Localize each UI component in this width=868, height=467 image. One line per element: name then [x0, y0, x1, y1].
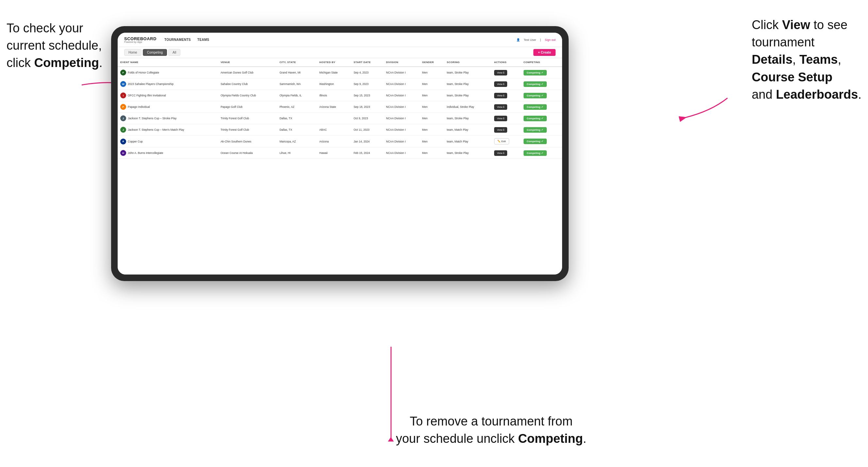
event-name-cell: P Papago Individual — [118, 101, 218, 113]
view-button[interactable]: View ℹ — [494, 70, 507, 75]
division-cell: NCAA Division I — [383, 79, 419, 90]
filter-bar: Home Competing All + Create — [118, 47, 562, 58]
view-button[interactable]: View ℹ — [494, 150, 507, 156]
competing-button[interactable]: Competing ✓ — [524, 138, 547, 144]
edit-button[interactable]: ✏️ Edit — [494, 138, 509, 145]
actions-cell: View ℹ — [492, 67, 521, 79]
table-row: W 2023 Sahalee Players Championship Saha… — [118, 79, 562, 90]
create-button[interactable]: + Create — [533, 49, 556, 56]
venue-cell: American Dunes Golf Club — [218, 67, 277, 79]
view-button[interactable]: View ℹ — [494, 127, 507, 133]
scoring-cell: team, Stroke Play — [444, 90, 492, 101]
nav-divider: | — [540, 38, 541, 41]
competing-button[interactable]: Competing ✓ — [524, 150, 547, 156]
bottom-arrow-line — [391, 347, 392, 441]
annotation-top-left: To check your current schedule, click Co… — [6, 20, 102, 72]
table-row: I OFCC Fighting Illini Invitational Olym… — [118, 90, 562, 101]
col-start-date: START DATE — [351, 58, 383, 67]
table-container: EVENT NAME VENUE CITY, STATE HOSTED BY S… — [118, 58, 562, 275]
competing-button[interactable]: Competing ✓ — [524, 82, 547, 87]
start-date-cell: Jan 14, 2024 — [351, 136, 383, 147]
hosted-by-cell: Hawaii — [317, 147, 351, 159]
event-name-cell: W 2023 Sahalee Players Championship — [118, 79, 218, 90]
division-cell: NCAA Division I — [383, 67, 419, 79]
tablet-screen: SCOREBOARD Powered by clippi TOURNAMENTS… — [118, 33, 562, 275]
all-filter-btn[interactable]: All — [168, 49, 180, 56]
col-scoring: SCORING — [444, 58, 492, 67]
hosted-by-cell: ABAC — [317, 124, 351, 136]
navbar: SCOREBOARD Powered by clippi TOURNAMENTS… — [118, 33, 562, 47]
view-button[interactable]: View ℹ — [494, 93, 507, 98]
scoring-cell: team, Stroke Play — [444, 113, 492, 124]
hosted-by-cell: Illinois — [317, 90, 351, 101]
view-button[interactable]: View ℹ — [494, 104, 507, 110]
start-date-cell: Oct 9, 2023 — [351, 113, 383, 124]
hosted-by-cell: Arizona State — [317, 101, 351, 113]
venue-cell: Ak-Chin Southern Dunes — [218, 136, 277, 147]
col-venue: VENUE — [218, 58, 277, 67]
actions-cell: View ℹ — [492, 79, 521, 90]
event-name-cell: H John A. Burns Intercollegiate — [118, 147, 218, 159]
competing-button[interactable]: Competing ✓ — [524, 70, 547, 75]
scoring-cell: team, Stroke Play — [444, 79, 492, 90]
nav-teams[interactable]: TEAMS — [197, 38, 210, 41]
table-row: J Jackson T. Stephens Cup – Stroke Play … — [118, 113, 562, 124]
venue-cell: Papago Golf Club — [218, 101, 277, 113]
competing-button[interactable]: Competing ✓ — [524, 104, 547, 110]
view-button[interactable]: View ℹ — [494, 116, 507, 121]
event-name-cell: F Folds of Honor Collegiate — [118, 67, 218, 79]
competing-cell: Competing ✓ — [521, 147, 562, 159]
start-date-cell: Sep 9, 2023 — [351, 79, 383, 90]
actions-cell: View ℹ — [492, 124, 521, 136]
view-button[interactable]: View ℹ — [494, 82, 507, 87]
col-gender: GENDER — [420, 58, 444, 67]
table-row: J Jackson T. Stephens Cup – Men's Match … — [118, 124, 562, 136]
scoring-cell: team, Stroke Play — [444, 67, 492, 79]
gender-cell: Men — [420, 67, 444, 79]
city-state-cell: Maricopa, AZ — [277, 136, 317, 147]
competing-cell: Competing ✓ — [521, 124, 562, 136]
division-cell: NCAA Division I — [383, 113, 419, 124]
competing-button[interactable]: Competing ✓ — [524, 127, 547, 133]
col-event-name: EVENT NAME — [118, 58, 218, 67]
table-row: P Papago Individual Papago Golf ClubPhoe… — [118, 101, 562, 113]
hosted-by-cell: Washington — [317, 79, 351, 90]
actions-cell: View ℹ — [492, 90, 521, 101]
venue-cell: Ocean Course At Hokuala — [218, 147, 277, 159]
division-cell: NCAA Division I — [383, 147, 419, 159]
competing-cell: Competing ✓ — [521, 113, 562, 124]
table-row: F Folds of Honor Collegiate American Dun… — [118, 67, 562, 79]
actions-cell: View ℹ — [492, 113, 521, 124]
division-cell: NCAA Division I — [383, 90, 419, 101]
hosted-by-cell — [317, 113, 351, 124]
home-filter-btn[interactable]: Home — [124, 49, 142, 56]
nav-tournaments[interactable]: TOURNAMENTS — [164, 38, 191, 41]
table-header-row: EVENT NAME VENUE CITY, STATE HOSTED BY S… — [118, 58, 562, 67]
competing-button[interactable]: Competing ✓ — [524, 93, 547, 98]
start-date-cell: Sep 15, 2023 — [351, 90, 383, 101]
nav-right: 👤 Test User | Sign out — [516, 38, 556, 41]
start-date-cell: Sep 4, 2023 — [351, 67, 383, 79]
actions-cell: View ℹ — [492, 147, 521, 159]
competing-filter-btn[interactable]: Competing — [143, 49, 167, 56]
scoreboard-logo: SCOREBOARD Powered by clippi — [124, 37, 157, 43]
competing-button[interactable]: Competing ✓ — [524, 116, 547, 121]
tablet: SCOREBOARD Powered by clippi TOURNAMENTS… — [111, 26, 569, 281]
gender-cell: Men — [420, 79, 444, 90]
scoring-cell: team, Stroke Play — [444, 147, 492, 159]
event-name-cell: A Copper Cup — [118, 136, 218, 147]
col-actions: ACTIONS — [492, 58, 521, 67]
gender-cell: Men — [420, 136, 444, 147]
scoring-cell: team, Match Play — [444, 124, 492, 136]
venue-cell: Sahalee Country Club — [218, 79, 277, 90]
sign-out-link[interactable]: Sign out — [545, 38, 556, 41]
venue-cell: Trinity Forest Golf Club — [218, 113, 277, 124]
user-label: Test User — [524, 38, 536, 41]
start-date-cell: Oct 11, 2023 — [351, 124, 383, 136]
col-city-state: CITY, STATE — [277, 58, 317, 67]
city-state-cell: Lihue, HI — [277, 147, 317, 159]
actions-cell: View ℹ — [492, 101, 521, 113]
gender-cell: Men — [420, 101, 444, 113]
city-state-cell: Dallas, TX — [277, 113, 317, 124]
table-row: H John A. Burns Intercollegiate Ocean Co… — [118, 147, 562, 159]
